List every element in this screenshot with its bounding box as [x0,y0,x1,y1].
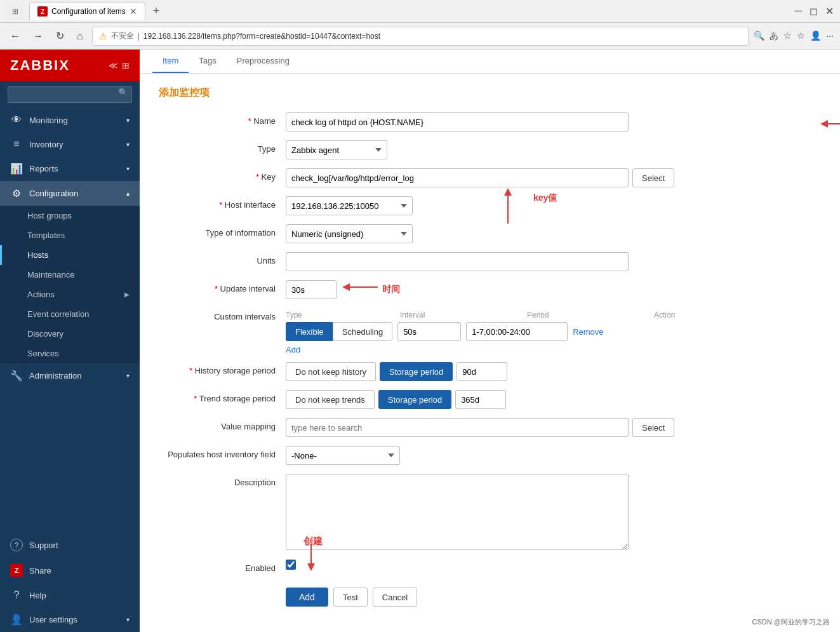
forward-button[interactable]: → [29,28,47,44]
sidebar-item-services[interactable]: Services [0,344,140,363]
value-mapping-select-btn[interactable]: Select [632,418,674,437]
inventory-label: Inventory [29,140,63,149]
sidebar-item-share[interactable]: Z Share [0,558,140,583]
configuration-chevron: ▴ [126,190,130,197]
add-button[interactable]: Add [286,588,328,607]
remove-interval-link[interactable]: Remove [573,327,603,337]
read-mode-icon[interactable]: あ [770,30,778,42]
tab-tags[interactable]: Tags [189,50,226,73]
history-value-input[interactable] [457,362,507,381]
user-settings-label: User settings [29,615,77,624]
sidebar-search-input[interactable] [8,86,132,103]
tab-preprocessing-label: Preprocessing [237,56,290,65]
sidebar-item-user-settings[interactable]: 👤 User settings ▾ [0,607,140,632]
sidebar-item-hosts[interactable]: Hosts [0,245,140,265]
home-button[interactable]: ⌂ [73,28,87,44]
browser-tab[interactable]: Z Configuration of items ✕ [29,2,145,20]
sidebar-item-reports[interactable]: 📊 Reports ▾ [0,156,140,181]
type-select[interactable]: Zabbix agent [286,140,387,159]
sidebar-item-discovery[interactable]: Discovery [0,324,140,344]
reports-icon: 📊 [10,163,23,175]
app-container: ZABBIX ≪ ⊞ 🔍 👁 Monitoring ▾ ≡ Inventory … [0,50,840,632]
actions-label: Actions [27,290,55,299]
sidebar-item-support[interactable]: ? Support [0,532,140,558]
minimize-btn[interactable]: ─ [795,5,802,17]
type-label: Type [159,140,286,154]
name-input[interactable] [286,112,629,131]
collapse-icon[interactable]: ≪ [109,60,118,71]
sidebar-item-monitoring[interactable]: 👁 Monitoring ▾ [0,108,140,132]
back-button[interactable]: ← [6,28,24,44]
sidebar-item-maintenance[interactable]: Maintenance [0,265,140,285]
sidebar-item-inventory[interactable]: ≡ Inventory ▾ [0,132,140,156]
name-row: Name 名称 [159,112,821,133]
flexible-btn[interactable]: Flexible [286,322,333,341]
tab-item[interactable]: Item [152,50,189,73]
sidebar-item-event-correlation[interactable]: Event correlation [0,304,140,324]
monitoring-chevron: ▾ [126,117,130,124]
user-settings-icon: 👤 [10,614,23,626]
administration-label: Administration [29,371,81,380]
sidebar-item-configuration[interactable]: ⚙ Configuration ▴ [0,181,140,206]
address-bar[interactable]: ⚠ 不安全 | 192.168.136.228/items.php?form=c… [92,27,749,46]
history-storage-period-btn[interactable]: Storage period [380,362,453,381]
trend-storage-period-btn[interactable]: Storage period [378,390,451,409]
tab-close-btn[interactable]: ✕ [130,6,137,17]
add-interval-link[interactable]: Add [286,345,300,354]
browser-grid-icon[interactable]: ⊞ [6,3,24,20]
history-storage-row: History storage period Do not keep histo… [159,362,821,382]
tab-preprocessing[interactable]: Preprocessing [227,50,300,73]
trend-storage-row: Trend storage period Do not keep trends … [159,390,821,410]
type-info-label: Type of information [159,224,286,238]
sidebar-item-help[interactable]: ? Help [0,583,140,607]
key-input[interactable] [286,168,629,187]
units-input[interactable] [286,252,629,271]
new-tab-button[interactable]: + [153,4,160,18]
trend-value-input[interactable] [455,390,506,409]
share-icon: Z [10,564,23,577]
scheduling-btn[interactable]: Scheduling [333,322,392,341]
trend-storage-control: Do not keep trends Storage period [286,390,821,409]
security-warning-text: 不安全 [111,30,134,41]
favorites-icon[interactable]: ☆ [783,30,792,42]
administration-icon: 🔧 [10,370,23,382]
expand-icon[interactable]: ⊞ [122,60,130,71]
sidebar-item-templates[interactable]: Templates [0,225,140,245]
description-textarea[interactable] [286,474,629,550]
populates-select[interactable]: -None- [286,446,400,465]
url-text: 192.168.136.228/items.php?form=create&ho… [143,32,380,41]
period-value-input[interactable] [466,322,568,341]
collections-icon[interactable]: ☆ [797,30,805,42]
enabled-checkbox[interactable] [286,560,296,570]
description-control [286,474,821,552]
type-row: Type Zabbix agent [159,140,821,161]
description-row: Description [159,474,821,552]
type-control: Zabbix agent [286,140,821,159]
host-interface-select[interactable]: 192.168.136.225:10050 [286,196,413,215]
type-info-select[interactable]: Numeric (unsigned) [286,224,413,243]
value-mapping-search[interactable] [286,418,629,437]
interval-value-input[interactable] [397,322,461,341]
test-button[interactable]: Test [333,588,368,607]
sidebar-item-actions[interactable]: Actions ▶ [0,285,140,304]
history-no-keep-btn[interactable]: Do not keep history [286,362,376,381]
sidebar-search-icon: 🔍 [118,88,128,97]
update-interval-row: Update interval 时间 [159,280,821,300]
sidebar-item-host-groups[interactable]: Host groups [0,206,140,225]
close-btn[interactable]: ✕ [825,5,834,17]
settings-icon[interactable]: ··· [826,30,834,42]
restore-btn[interactable]: ◻ [810,5,818,17]
search-icon[interactable]: 🔍 [754,30,764,42]
profile-icon[interactable]: 👤 [810,30,821,42]
units-label: Units [159,252,286,266]
history-storage-label: History storage period [159,362,286,375]
share-label: Share [29,566,51,575]
value-mapping-row: Value mapping Select [159,418,821,438]
trend-no-keep-btn[interactable]: Do not keep trends [286,390,375,409]
sidebar-item-administration[interactable]: 🔧 Administration ▾ [0,363,140,388]
update-interval-input[interactable] [286,280,337,299]
cancel-button[interactable]: Cancel [373,588,417,607]
browser-titlebar: ⊞ Z Configuration of items ✕ + ─ ◻ ✕ [0,0,840,23]
reload-button[interactable]: ↻ [52,27,68,44]
key-select-button[interactable]: Select [632,168,674,187]
